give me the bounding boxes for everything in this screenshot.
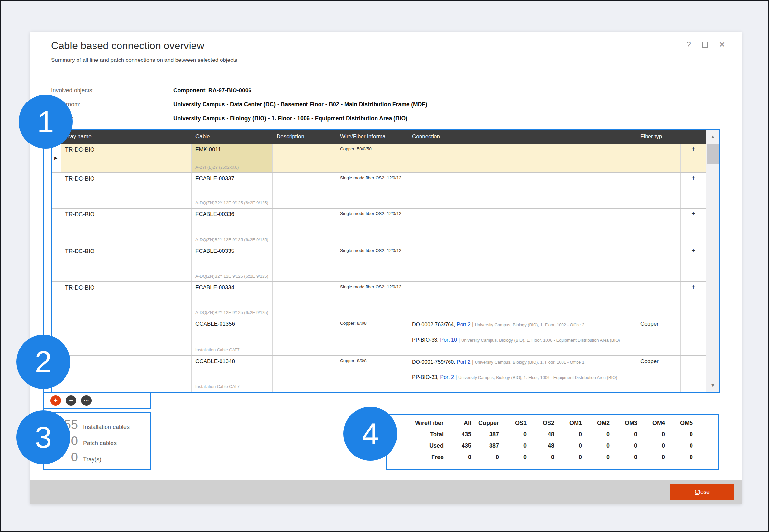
column-header-tray-name[interactable]: Tray name xyxy=(61,130,191,144)
cable-cell[interactable]: CCABLE-01356Installation Cable CAT7 xyxy=(191,318,273,355)
window-controls: ? ✕ xyxy=(687,41,725,48)
connection-cell xyxy=(408,245,637,281)
fiber-type-cell xyxy=(637,282,681,318)
expand-cell xyxy=(681,356,706,392)
remove-cable-button[interactable]: − xyxy=(66,395,76,406)
summary-value-cell: 0 xyxy=(471,454,499,465)
expand-row-icon[interactable]: + xyxy=(692,174,695,182)
expand-cell: + xyxy=(681,144,706,172)
row-selector-cell[interactable] xyxy=(52,173,61,208)
column-header-cable[interactable]: Cable xyxy=(191,130,273,144)
row-selector-cell[interactable]: ▶ xyxy=(52,144,61,172)
info-row-involved: Involved objects: Component: RA-97-BIO-0… xyxy=(51,84,427,98)
table-row[interactable]: TR-DC-BIOFCABLE-00334A-DQ(ZN)B2Y 12E 9/1… xyxy=(52,281,706,318)
cable-type-subtext: Installation Cable CAT7 xyxy=(196,384,270,389)
expand-cell: + xyxy=(681,245,706,281)
description-cell xyxy=(273,209,336,245)
summary-row: Total43538704800000 xyxy=(391,431,718,443)
grid-body: ▶TR-DC-BIOFMK-0011A-2YF(L)2Y (25x2x0,6)C… xyxy=(52,144,706,392)
connection-port-link[interactable]: Port 10 xyxy=(440,337,457,343)
close-icon[interactable]: ✕ xyxy=(719,41,725,48)
column-header-description[interactable]: Description xyxy=(273,130,336,144)
tray-name-cell xyxy=(61,318,191,355)
expand-row-icon[interactable]: + xyxy=(692,283,695,291)
fiber-type-cell: Copper xyxy=(637,356,681,392)
summary-header-cell: Copper xyxy=(471,420,499,431)
column-header-wire-fiber[interactable]: Wire/Fiber informa xyxy=(336,130,408,144)
connection-location: University Campus, Biology (BIO), 1. Flo… xyxy=(461,338,620,343)
summary-row: Used43538704800000 xyxy=(391,443,718,454)
connection-cell xyxy=(408,144,637,172)
connection-location: University Campus, Biology (BIO), 1. Flo… xyxy=(475,360,584,365)
fiber-type-cell xyxy=(637,173,681,208)
add-cable-button[interactable]: + xyxy=(50,395,61,406)
row-selector-cell[interactable] xyxy=(52,209,61,245)
more-options-button[interactable]: ⋯ xyxy=(81,395,91,406)
row-selector-cell[interactable] xyxy=(52,282,61,318)
tray-name-cell: TR-DC-BIO xyxy=(61,245,191,281)
expand-row-icon[interactable]: + xyxy=(692,247,695,254)
fiber-type-cell xyxy=(637,144,681,172)
connection-cell: DO-0002-763/764, Port 2 | University Cam… xyxy=(408,318,637,355)
summary-value-cell: 0 xyxy=(638,431,665,443)
wire-fiber-info-cell: Single mode fiber OS2: 12/0/12 xyxy=(336,173,408,208)
cable-cell[interactable]: FCABLE-00337A-DQ(ZN)B2Y 12E 9/125 (6x2E … xyxy=(191,173,273,208)
fiber-type-cell xyxy=(637,209,681,245)
row-selector-cell[interactable] xyxy=(52,245,61,281)
table-row[interactable]: TR-DC-BIOFCABLE-00336A-DQ(ZN)B2Y 12E 9/1… xyxy=(52,208,706,245)
scrollbar-thumb[interactable] xyxy=(707,144,719,164)
cable-cell[interactable]: FCABLE-00335A-DQ(ZN)B2Y 12E 9/125 (6x2E … xyxy=(191,245,273,281)
scroll-down-icon[interactable]: ▼ xyxy=(707,379,719,392)
maximize-icon[interactable] xyxy=(702,42,708,48)
cable-type-subtext: A-DQ(ZN)B2Y 12E 9/125 (6x2E 9/125) xyxy=(196,237,270,243)
connection-cell xyxy=(408,173,637,208)
info-value: University Campus - Biology (BIO) - 1. F… xyxy=(173,115,407,122)
description-cell xyxy=(273,173,336,208)
connection-port-link[interactable]: Port 2 xyxy=(457,359,471,365)
table-row[interactable]: CCABLE-01356Installation Cable CAT7Coppe… xyxy=(52,318,706,355)
tray-name-cell xyxy=(61,356,191,392)
annotation-circle-4: 4 xyxy=(343,407,397,461)
expand-row-icon[interactable]: + xyxy=(692,145,695,153)
connection-port-link[interactable]: Port 2 xyxy=(457,322,471,327)
help-icon[interactable]: ? xyxy=(687,41,691,48)
cable-name: FCABLE-00334 xyxy=(196,284,268,291)
cable-name: CCABLE-01348 xyxy=(196,358,268,365)
table-row[interactable]: TR-DC-BIOFCABLE-00335A-DQ(ZN)B2Y 12E 9/1… xyxy=(52,245,706,281)
vertical-scrollbar[interactable]: ▲ ▼ xyxy=(706,130,719,392)
cable-cell[interactable]: FMK-0011A-2YF(L)2Y (25x2x0,6) xyxy=(191,144,273,172)
summary-value-cell: 0 xyxy=(499,454,527,465)
cable-name: FCABLE-00336 xyxy=(196,211,268,218)
scroll-up-icon[interactable]: ▲ xyxy=(707,130,719,143)
wire-fiber-summary: Wire/FiberAllCopperOS1OS2OM1OM2OM3OM4OM5… xyxy=(386,414,719,470)
summary-value-cell: 0 xyxy=(499,443,527,454)
wire-fiber-info-cell: Copper: 8/0/8 xyxy=(336,318,408,355)
expand-cell: + xyxy=(681,282,706,318)
tray-name-cell: TR-DC-BIO xyxy=(61,209,191,245)
annotation-circle-2: 2 xyxy=(16,335,70,389)
close-button[interactable]: Close xyxy=(670,484,735,500)
info-row-from-room: From room: University Campus - Data Cent… xyxy=(51,98,427,112)
info-label: Involved objects: xyxy=(51,87,173,94)
expand-row-icon[interactable]: + xyxy=(692,210,695,217)
connection-port-link[interactable]: Port 2 xyxy=(440,375,454,380)
table-row[interactable]: TR-DC-BIOFCABLE-00337A-DQ(ZN)B2Y 12E 9/1… xyxy=(52,172,706,208)
connection-device: PP-BIO-33, xyxy=(412,337,440,343)
cable-cell[interactable]: CCABLE-01348Installation Cable CAT7 xyxy=(191,356,273,392)
cable-cell[interactable]: FCABLE-00334A-DQ(ZN)B2Y 12E 9/125 (6x2E … xyxy=(191,282,273,318)
cable-type-subtext: A-DQ(ZN)B2Y 12E 9/125 (6x2E 9/125) xyxy=(196,273,270,279)
connection-entry: PP-BIO-33, Port 10 | University Campus, … xyxy=(412,336,632,344)
column-header-connection[interactable]: Connection xyxy=(408,130,637,144)
table-header-row: ✳ Tray name Cable Description Wire/Fiber… xyxy=(52,130,706,144)
table-row[interactable]: CCABLE-01348Installation Cable CAT7Coppe… xyxy=(52,355,706,392)
connection-cell xyxy=(408,282,637,318)
summary-row-label: Used xyxy=(391,443,444,454)
table-row[interactable]: ▶TR-DC-BIOFMK-0011A-2YF(L)2Y (25x2x0,6)C… xyxy=(52,144,706,172)
wire-fiber-info-cell: Single mode fiber OS2: 12/0/12 xyxy=(336,282,408,318)
wire-fiber-info-cell: Single mode fiber OS2: 12/0/12 xyxy=(336,245,408,281)
cable-cell[interactable]: FCABLE-00336A-DQ(ZN)B2Y 12E 9/125 (6x2E … xyxy=(191,209,273,245)
cable-name: CCABLE-01356 xyxy=(196,321,268,327)
description-cell xyxy=(273,245,336,281)
column-header-fiber-type[interactable]: Fiber typ xyxy=(637,130,681,144)
dialog-footer: Close xyxy=(30,480,742,504)
